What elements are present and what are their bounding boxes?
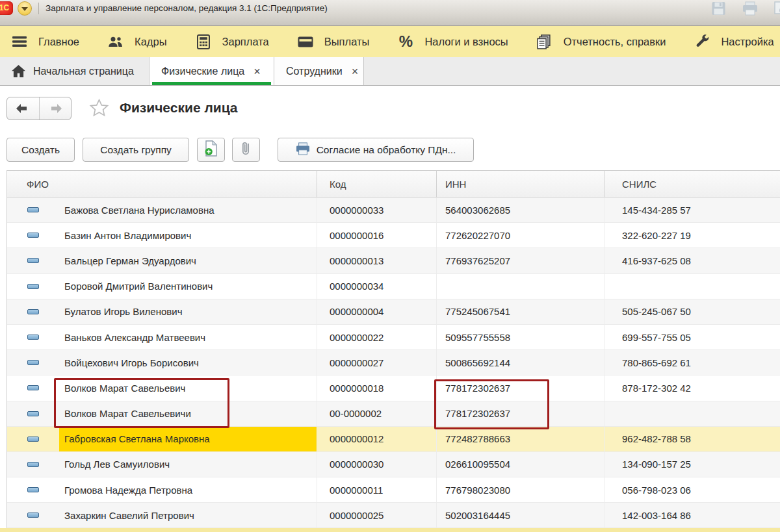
- tab-label: Сотрудники: [286, 66, 343, 77]
- cell-inn[interactable]: 564003062685: [436, 197, 604, 222]
- cell-snils[interactable]: 505-245-067 50: [604, 299, 780, 324]
- table-row[interactable]: Боровой Дмитрий Валентинович 0000000034: [7, 274, 780, 299]
- table-row[interactable]: Бальцер Герман Эдуардович 0000000013 776…: [7, 248, 780, 273]
- table-row[interactable]: Волков Марат Савельевич 0000000018 77817…: [7, 375, 780, 401]
- table-row[interactable]: Захаркин Савелий Петрович 0000000025 502…: [7, 503, 780, 528]
- menu-item-label: Выплаты: [324, 36, 370, 48]
- cell-fio[interactable]: Ваньков Александр Матвеевич: [7, 325, 317, 349]
- table-row[interactable]: Ваньков Александр Матвеевич 0000000022 5…: [7, 325, 780, 350]
- cell-inn[interactable]: 776798023080: [436, 477, 604, 502]
- cell-code[interactable]: 00-0000002: [317, 401, 436, 426]
- menu-item[interactable]: Кадры: [108, 34, 166, 49]
- forward-button[interactable]: [39, 97, 72, 120]
- cell-fio[interactable]: Волков Марат Савельевич: [7, 375, 317, 400]
- column-header-snils[interactable]: СНИЛС: [604, 171, 780, 197]
- cell-code[interactable]: 0000000004: [317, 299, 436, 324]
- cell-inn[interactable]: 772620227070: [436, 223, 604, 247]
- print-preview-icon[interactable]: [774, 1, 780, 16]
- cell-code[interactable]: 0000000011: [317, 477, 436, 502]
- cell-fio[interactable]: Бажова Светлана Нурисламовна: [7, 197, 317, 222]
- table-row[interactable]: Булатов Игорь Виленович 0000000004 77524…: [7, 299, 780, 325]
- menu-item[interactable]: Зарплата: [196, 34, 269, 49]
- cell-snils[interactable]: 134-090-157 25: [604, 452, 780, 477]
- application-window: 1С Зарплата и управление персоналом, ред…: [0, 0, 780, 532]
- cell-fio[interactable]: Гольд Лев Самуилович: [7, 452, 317, 477]
- cell-snils[interactable]: 056-798-023 06: [604, 477, 780, 502]
- table-row[interactable]: Бажова Светлана Нурисламовна 0000000033 …: [7, 197, 780, 223]
- back-button[interactable]: [7, 97, 39, 120]
- menu-item[interactable]: % Налоги и взносы: [398, 34, 508, 49]
- cell-code[interactable]: 0000000027: [317, 350, 436, 375]
- cell-fio[interactable]: Громова Надежда Петровна: [7, 477, 317, 502]
- column-header-inn[interactable]: ИНН: [436, 171, 604, 197]
- tab-2[interactable]: Сотрудники ×: [274, 57, 364, 85]
- cell-code[interactable]: 0000000013: [317, 248, 436, 273]
- menu-item-label: Зарплата: [222, 36, 269, 48]
- cell-inn[interactable]: 778172302637: [436, 375, 604, 400]
- menu-item[interactable]: Настройка: [694, 34, 774, 49]
- fio-value: Базин Антон Владимирович: [64, 230, 191, 241]
- cell-code[interactable]: 0000000016: [317, 223, 436, 247]
- create-group-button[interactable]: Создать группу: [83, 138, 189, 162]
- cell-inn[interactable]: 502003164445: [436, 503, 604, 527]
- cell-snils[interactable]: 962-482-788 58: [604, 427, 780, 451]
- cell-code[interactable]: 0000000012: [317, 427, 436, 451]
- cell-inn[interactable]: 500865692144: [436, 350, 604, 375]
- tab-1[interactable]: Физические лица ×: [150, 57, 274, 85]
- cell-code[interactable]: 0000000025: [317, 503, 436, 527]
- tab-close-icon[interactable]: ×: [254, 66, 261, 77]
- cell-fio[interactable]: Войцехович Игорь Борисович: [7, 350, 317, 375]
- cell-inn[interactable]: 776937625207: [436, 248, 604, 273]
- tab-close-icon[interactable]: ×: [352, 66, 359, 77]
- tab-label: Физические лица: [161, 66, 244, 77]
- cell-inn[interactable]: 509557755558: [436, 325, 604, 349]
- table-row[interactable]: Волков Марат Савельевичи 00-0000002 7781…: [7, 401, 780, 427]
- cell-inn[interactable]: 778172302637: [436, 401, 604, 426]
- cell-snils[interactable]: 780-865-692 61: [604, 350, 780, 375]
- table-row[interactable]: Габровская Светлана Марковна 0000000012 …: [7, 427, 780, 452]
- cell-snils[interactable]: 878-172-302 42: [604, 375, 780, 400]
- cell-inn[interactable]: [436, 274, 604, 299]
- cell-fio[interactable]: Захаркин Савелий Петрович: [7, 503, 317, 527]
- cell-code[interactable]: 0000000018: [317, 375, 436, 400]
- create-button[interactable]: Создать: [6, 138, 75, 162]
- cell-fio[interactable]: Бальцер Герман Эдуардович: [7, 248, 317, 273]
- fio-value: Булатов Игорь Виленович: [64, 306, 183, 317]
- cell-snils[interactable]: 699-557-755 05: [604, 325, 780, 349]
- menu-item[interactable]: Отчетность, справки: [537, 34, 666, 49]
- menu-item[interactable]: Выплаты: [298, 34, 370, 49]
- menu-item[interactable]: Главное: [12, 34, 79, 49]
- table-row[interactable]: Базин Антон Владимирович 0000000016 7726…: [7, 223, 780, 248]
- table-row[interactable]: Громова Надежда Петровна 0000000011 7767…: [7, 477, 780, 503]
- print-icon[interactable]: [742, 1, 758, 16]
- cell-fio[interactable]: Волков Марат Савельевичи: [7, 401, 317, 426]
- tab-home[interactable]: Начальная страница: [0, 57, 150, 85]
- cell-code[interactable]: 0000000022: [317, 325, 436, 349]
- cell-snils[interactable]: 322-620-227 19: [604, 223, 780, 247]
- cell-snils[interactable]: [604, 274, 780, 299]
- cell-inn[interactable]: 026610095504: [436, 452, 604, 477]
- cell-fio[interactable]: Боровой Дмитрий Валентинович: [7, 274, 317, 299]
- attachments-button[interactable]: [232, 138, 260, 162]
- cell-snils[interactable]: 145-434-285 57: [604, 197, 780, 222]
- cell-code[interactable]: 0000000034: [317, 274, 436, 299]
- cell-inn[interactable]: 772482788663: [436, 427, 604, 451]
- cell-snils[interactable]: [604, 401, 780, 426]
- cell-fio[interactable]: Базин Антон Владимирович: [7, 223, 317, 247]
- document-add-button[interactable]: [197, 138, 225, 162]
- cell-fio[interactable]: Булатов Игорь Виленович: [7, 299, 317, 324]
- table-row[interactable]: Гольд Лев Самуилович 0000000030 02661009…: [7, 452, 780, 477]
- cell-fio[interactable]: Габровская Светлана Марковна: [7, 427, 317, 451]
- main-menu-button[interactable]: [18, 1, 32, 16]
- favorite-star-icon[interactable]: [89, 98, 109, 120]
- column-header-fio[interactable]: ФИО: [7, 171, 317, 197]
- column-header-code[interactable]: Код: [317, 171, 436, 197]
- table-row[interactable]: Войцехович Игорь Борисович 0000000027 50…: [7, 350, 780, 375]
- cell-code[interactable]: 0000000033: [317, 197, 436, 222]
- cell-code[interactable]: 0000000030: [317, 452, 436, 477]
- cell-snils[interactable]: 416-937-625 08: [604, 248, 780, 273]
- cell-snils[interactable]: 142-003-164 86: [604, 503, 780, 527]
- save-icon[interactable]: [711, 1, 727, 16]
- cell-inn[interactable]: 775245067541: [436, 299, 604, 324]
- consent-print-button[interactable]: Согласие на обработку ПДн...: [278, 138, 474, 162]
